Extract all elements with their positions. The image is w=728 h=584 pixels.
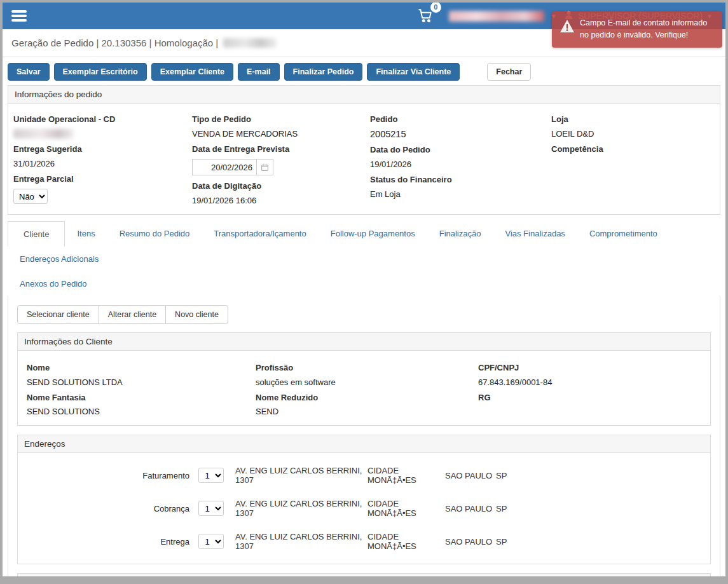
- toast-error: Campo E-mail de contato informado no ped…: [552, 11, 722, 48]
- tab-cliente[interactable]: Cliente: [8, 221, 65, 247]
- address-street: AV. ENG LUIZ CARLOS BERRINI, 1307: [235, 466, 367, 485]
- order-info-col2: Tipo de Pedido VENDA DE MERCADORIAS Data…: [192, 109, 370, 205]
- app-window: 0 ▼ SUPERVISOR (SUPERVISOR) ▼: [3, 3, 725, 576]
- address-district: CIDADE MONÃ‡Ã•ES: [367, 499, 445, 518]
- entrega-parcial-label: Entrega Parcial: [13, 174, 192, 184]
- order-info-panel: Informações do pedido Unidade Operaciona…: [8, 85, 720, 215]
- address-row-faturamento: Faturamento 1 AV. ENG LUIZ CARLOS BERRIN…: [27, 466, 701, 485]
- cart-icon: [417, 16, 434, 25]
- tab-enderecos-adicionais[interactable]: Endereços Adicionais: [8, 247, 111, 271]
- toolbar: Salvar Exemplar Escritório Exemplar Clie…: [3, 57, 725, 85]
- tab-vias-finalizadas[interactable]: Vias Finalizadas: [493, 221, 577, 247]
- tipo-pedido-value: VENDA DE MERCADORIAS: [192, 129, 370, 139]
- tab-itens[interactable]: Itens: [65, 221, 107, 247]
- order-info-col3: Pedido 2005215 Data do Pedido 19/01/2026…: [370, 109, 551, 205]
- address-number-select[interactable]: 1: [198, 468, 224, 483]
- tab-transportadora-icamento[interactable]: Transportadora/Içamento: [202, 221, 318, 247]
- order-info-header: Informações do pedido: [8, 86, 720, 104]
- data-pedido-label: Data do Pedido: [370, 145, 551, 154]
- hamburger-menu-icon[interactable]: [11, 8, 27, 24]
- cart-count-badge: 0: [430, 3, 441, 13]
- addresses-section: Endereços Faturamento 1 AV. ENG LUIZ CAR…: [17, 435, 711, 564]
- entrega-sugerida-label: Entrega Sugerida: [13, 144, 192, 154]
- entrega-parcial-select[interactable]: Não: [13, 189, 48, 204]
- finalize-client-copy-button[interactable]: Finalizar Via Cliente: [367, 63, 460, 81]
- address-city: SAO PAULO: [445, 537, 496, 547]
- status-financeiro-value: Em Loja: [370, 189, 551, 199]
- data-digitacao-label: Data de Digitação: [192, 181, 370, 191]
- tipo-pedido-label: Tipo de Pedido: [192, 114, 370, 124]
- address-street: AV. ENG LUIZ CARLOS BERRINI, 1307: [235, 499, 367, 518]
- cpf-cnpj-value: 67.843.169/0001-84: [478, 377, 701, 387]
- data-digitacao-value: 19/01/2026 16:06: [192, 196, 370, 205]
- data-pedido-value: 19/01/2026: [370, 160, 551, 169]
- finalize-order-button[interactable]: Finalizar Pedido: [284, 63, 363, 81]
- address-district: CIDADE MONÃ‡Ã•ES: [367, 466, 445, 485]
- edit-client-button[interactable]: Alterar cliente: [99, 305, 166, 324]
- profissao-value: soluções em software: [256, 377, 478, 387]
- rg-label: RG: [478, 393, 701, 402]
- address-type-label: Cobrança: [27, 504, 198, 513]
- redacted-title-segment: [223, 38, 277, 48]
- nome-value: SEND SOLUTIONS LTDA: [27, 377, 256, 387]
- entrega-sugerida-value: 31/01/2026: [13, 159, 192, 168]
- tab-comprometimento[interactable]: Comprometimento: [577, 221, 670, 247]
- tab-follow-up-pagamentos[interactable]: Follow-up Pagamentos: [319, 221, 427, 247]
- toast-message: Campo E-mail de contato informado no ped…: [580, 18, 707, 39]
- nome-reduzido-label: Nome Reduzido: [256, 393, 478, 402]
- status-financeiro-label: Status do Financeiro: [370, 175, 551, 184]
- data-entrega-prevista-input[interactable]: [192, 159, 257, 175]
- redacted-company-name: [449, 11, 544, 22]
- email-button[interactable]: E-mail: [238, 63, 280, 81]
- competencia-label: Competência: [551, 144, 716, 154]
- select-client-button[interactable]: Selecionar cliente: [17, 305, 99, 324]
- topbar: 0 ▼ SUPERVISOR (SUPERVISOR) ▼: [3, 3, 725, 29]
- nome-reduzido-value: SEND: [256, 407, 478, 416]
- address-row-cobranca: Cobrança 1 AV. ENG LUIZ CARLOS BERRINI, …: [27, 499, 701, 518]
- loja-value: LOEIL D&D: [551, 129, 716, 139]
- new-client-button[interactable]: Novo cliente: [165, 305, 228, 324]
- addresses-header: Endereços: [18, 435, 710, 453]
- client-action-group: Selecionar cliente Alterar cliente Novo …: [17, 305, 228, 324]
- pedido-label: Pedido: [370, 114, 551, 124]
- client-copy-button[interactable]: Exemplar Cliente: [151, 63, 233, 81]
- nome-fantasia-value: SEND SOLUTIONS: [27, 407, 256, 416]
- client-info-col3: CPF/CNPJ 67.843.169/0001-84 RG: [478, 357, 701, 416]
- tab-bar: Cliente Itens Resumo do Pedido Transport…: [3, 215, 725, 296]
- contact-header: Contato: [18, 574, 710, 576]
- address-city: SAO PAULO: [445, 504, 496, 513]
- close-button[interactable]: Fechar: [487, 63, 531, 81]
- address-district: CIDADE MONÃ‡Ã•ES: [367, 532, 445, 551]
- client-tab-content: Selecionar cliente Alterar cliente Novo …: [8, 296, 720, 576]
- contact-section: Contato Falar com Email de contato Códig…: [17, 573, 711, 576]
- address-state: SP: [496, 537, 521, 547]
- nome-label: Nome: [27, 363, 256, 372]
- data-entrega-prevista-label: Data de Entrega Prevista: [192, 144, 370, 154]
- client-info-header: Informações do Cliente: [18, 333, 710, 351]
- unidade-operacional-label: Unidade Operacional - CD: [13, 114, 192, 124]
- warning-icon: [560, 19, 575, 37]
- address-city: SAO PAULO: [445, 471, 496, 480]
- address-number-select[interactable]: 1: [198, 501, 224, 516]
- profissao-label: Profissão: [256, 363, 478, 372]
- calendar-icon[interactable]: [257, 159, 273, 175]
- tab-anexos-do-pedido[interactable]: Anexos do Pedido: [8, 271, 99, 296]
- tab-finalizacao[interactable]: Finalização: [427, 221, 493, 247]
- address-state: SP: [496, 504, 521, 513]
- save-button[interactable]: Salvar: [8, 63, 50, 81]
- page-title: Geração de Pedido | 20.130356 | Homologa…: [11, 37, 218, 48]
- nome-fantasia-label: Nome Fantasia: [27, 393, 256, 402]
- client-info-col2: Profissão soluções em software Nome Redu…: [256, 357, 478, 416]
- cart-button[interactable]: 0: [417, 7, 434, 25]
- order-info-col4: Loja LOEIL D&D Competência: [551, 109, 716, 205]
- pedido-value: 2005215: [370, 129, 551, 139]
- client-info-col1: Nome SEND SOLUTIONS LTDA Nome Fantasia S…: [27, 357, 256, 416]
- address-type-label: Entrega: [27, 537, 198, 547]
- tab-resumo-do-pedido[interactable]: Resumo do Pedido: [107, 221, 202, 247]
- office-copy-button[interactable]: Exemplar Escritório: [54, 63, 147, 81]
- order-info-col1: Unidade Operacional - CD Entrega Sugerid…: [13, 109, 192, 205]
- address-number-select[interactable]: 1: [198, 534, 224, 549]
- address-state: SP: [496, 471, 521, 480]
- address-street: AV. ENG LUIZ CARLOS BERRINI, 1307: [235, 532, 367, 551]
- address-row-entrega: Entrega 1 AV. ENG LUIZ CARLOS BERRINI, 1…: [27, 532, 701, 551]
